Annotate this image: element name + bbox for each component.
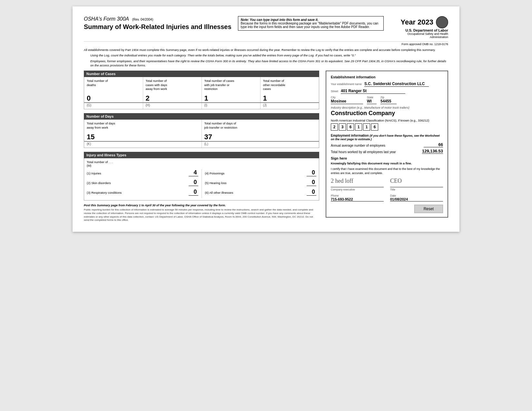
employees-value[interactable]: 66: [424, 142, 443, 147]
cases-codes-row: (G) (H) (I) (J): [84, 103, 319, 109]
injury-item-3: (3) Respiratory conditions 0: [87, 189, 198, 196]
zip-value[interactable]: 54455: [380, 99, 397, 104]
injury-item-1: (1) Injuries 4: [87, 169, 198, 176]
cases-col-j-label: Total number of other recordable cases: [260, 77, 319, 93]
establishment-name-value[interactable]: S.C. Swiderski Construction LLC: [364, 82, 429, 87]
exec-label: Company executive: [331, 188, 384, 191]
hours-value[interactable]: 129,136.53: [422, 149, 443, 154]
cases-value-j[interactable]: 1: [260, 93, 319, 103]
right-column: Establishment information Your establish…: [326, 71, 448, 218]
intro-line3: Employees, former employees, and their r…: [84, 59, 448, 68]
form-header: OSHA's Form 300A (Rev. 04/2004) Summary …: [84, 16, 448, 39]
left-column: Number of Cases Total number of deaths T…: [84, 71, 319, 222]
injury-item-6: (6) All other illnesses 0: [205, 189, 317, 196]
injury-value-3[interactable]: 0: [189, 189, 198, 196]
date-value[interactable]: 01/08/2024: [390, 197, 443, 201]
reset-button[interactable]: Reset: [414, 205, 443, 213]
year-label: Year 2023: [400, 18, 433, 26]
form-title-block: OSHA's Form 300A (Rev. 04/2004) Summary …: [84, 16, 232, 31]
injury-grid: (1) Injuries 4 (2) Skin disorders 0 (3) …: [87, 169, 316, 198]
street-row: Street 401 Ranger St: [331, 89, 443, 94]
dept-sub: Occupational Safety and Health Administr…: [390, 32, 448, 39]
injury-right-col: (4) Poisonings 0 (5) Hearing loss 0 (6) …: [205, 169, 317, 198]
city-state-zip-row: City Mosinee State WI Zip 54455: [331, 96, 443, 104]
main-layout: Number of Cases Total number of deaths T…: [84, 71, 448, 222]
naics-label: North American Industrial Classification…: [331, 119, 443, 122]
street-value[interactable]: 401 Ranger St: [341, 89, 405, 94]
date-label: Date: [390, 194, 396, 197]
note-body: Because the forms in this recordkeeping …: [241, 22, 379, 29]
injury-total-label: Total number of . . . (M): [87, 160, 316, 167]
omb-number: Form approved OMB no. 1218-0176: [84, 41, 448, 46]
days-code-k: (K): [84, 141, 202, 148]
naics-digit-4[interactable]: 1: [355, 123, 362, 131]
naics-digit-5[interactable]: 1: [363, 123, 370, 131]
injury-value-5[interactable]: 0: [307, 179, 316, 186]
note-box: Note: You can type input into this form …: [238, 16, 384, 31]
injury-value-1[interactable]: 4: [189, 169, 198, 176]
days-value-l[interactable]: 37: [202, 132, 319, 142]
injury-divider: [202, 169, 202, 198]
cases-value-h[interactable]: 2: [143, 93, 202, 103]
employment-header: Employment information (If you don't hav…: [331, 134, 443, 141]
cases-col-i-label: Total number of cases with job transfer …: [202, 77, 260, 93]
falsify-notice: Knowingly falsifying this document may r…: [331, 161, 443, 165]
post-notice: Post this Summary page from February 1 t…: [84, 204, 319, 207]
phone-value[interactable]: 715-693-9522: [331, 197, 384, 201]
injury-value-6[interactable]: 0: [307, 189, 316, 196]
naics-digit-1[interactable]: 2: [331, 123, 338, 131]
cases-value-i[interactable]: 1: [202, 93, 260, 103]
form-subtitle: Summary of Work-Related Injuries and Ill…: [84, 23, 232, 31]
street-label: Street: [331, 90, 338, 93]
osha-form-300a: OSHA's Form 300A (Rev. 04/2004) Summary …: [73, 6, 459, 232]
cases-col-h-label: Total number of cases with days away fro…: [143, 77, 202, 93]
injury-value-4[interactable]: 0: [307, 169, 316, 176]
injury-item-4: (4) Poisonings 0: [205, 169, 317, 176]
injury-item-5: (5) Hearing loss 0: [205, 179, 317, 186]
intro-line2: Using the Log, count the individual entr…: [84, 53, 448, 57]
industry-value[interactable]: Construction Company: [331, 110, 443, 117]
cases-code-j: (J): [260, 103, 319, 109]
industry-desc-label: Industry description (e.g., Manufacture …: [331, 106, 443, 109]
form-title-italic: OSHA's Form 300A (Rev. 04/2004): [84, 16, 232, 22]
city-value[interactable]: Mosinee: [331, 99, 363, 104]
signature-block: 2 hed loff Company executive: [331, 178, 384, 191]
name-label: Your establishment name: [331, 83, 362, 86]
state-value[interactable]: WI: [367, 99, 377, 104]
dept-seal-icon: [436, 16, 448, 28]
note-title: Note: You can type input into this form …: [241, 18, 319, 22]
naics-digit-6[interactable]: 6: [371, 123, 378, 131]
form-name: OSHA's Form 300A: [84, 16, 129, 22]
state-field: State WI: [367, 96, 377, 104]
cases-code-i: (I): [202, 103, 260, 109]
cases-values-row: 0 2 1 1: [84, 93, 319, 103]
small-print: Public reporting burden for this collect…: [84, 208, 319, 222]
injury-value-2[interactable]: 0: [189, 179, 198, 186]
title-block: CEO Title: [390, 178, 443, 191]
signature-row: 2 hed loff Company executive CEO Title: [331, 178, 443, 191]
cases-code-g: (G): [84, 103, 143, 109]
phone-label: Phone: [331, 194, 339, 197]
intro-line1: All establishments covered by Part 1904 …: [84, 48, 448, 52]
establishment-name-row: Your establishment name S.C. Swiderski C…: [331, 82, 443, 87]
title-field[interactable]: CEO: [390, 178, 443, 187]
establishment-header: Establishment information: [331, 75, 443, 79]
hours-row: Total hours worked by all employees last…: [331, 149, 443, 154]
days-labels-row: Total number of days away from work Tota…: [84, 120, 319, 132]
cases-value-g[interactable]: 0: [84, 93, 143, 103]
cases-col-g-label: Total number of deaths: [84, 77, 143, 93]
cases-code-h: (H): [143, 103, 202, 109]
naics-boxes: 2 3 6 1 1 6: [331, 123, 443, 131]
employees-row: Annual average number of employees 66: [331, 142, 443, 147]
dept-label: U.S. Department of Labor: [390, 28, 448, 32]
hours-label: Total hours worked by all employees last…: [331, 150, 396, 154]
naics-digit-2[interactable]: 3: [339, 123, 346, 131]
post-notice-bold: Post this Summary page from February 1 t…: [84, 204, 226, 207]
injury-table: Total number of . . . (M) (1) Injuries 4…: [84, 158, 319, 201]
signature-field[interactable]: 2 hed loff: [331, 178, 384, 187]
days-value-k[interactable]: 15: [84, 132, 202, 142]
cases-section-header: Number of Cases: [84, 71, 319, 77]
naics-digit-3[interactable]: 6: [347, 123, 354, 131]
injury-left-col: (1) Injuries 4 (2) Skin disorders 0 (3) …: [87, 169, 198, 198]
days-table: Total number of days away from work Tota…: [84, 120, 319, 148]
